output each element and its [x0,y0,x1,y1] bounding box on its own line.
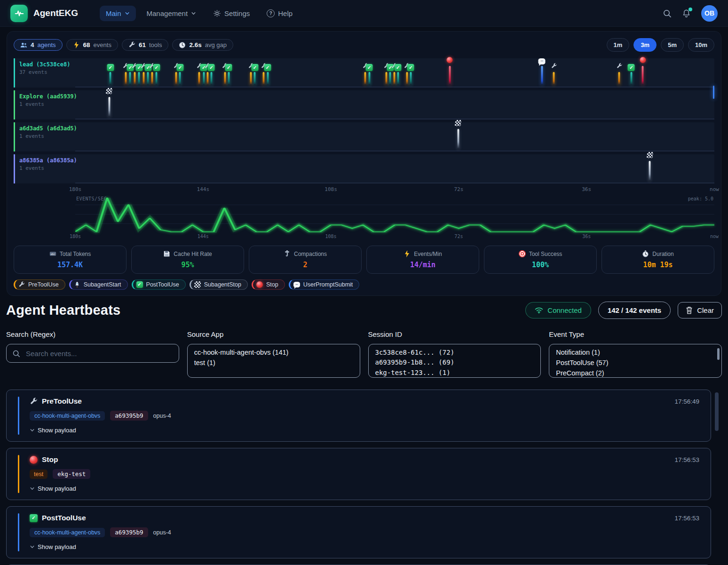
filter-option[interactable]: PostToolUse (57) [556,358,715,368]
legend-item-PreToolUse[interactable]: PreToolUse [14,279,65,290]
source-app-listbox: cc-hook-multi-agent-obvs (141)test (1) [187,344,360,378]
range-button-10m[interactable]: 10m [688,38,714,52]
range-button-5m[interactable]: 5m [661,38,684,52]
avatar[interactable]: OB [701,5,718,22]
clear-button[interactable]: Clear [678,302,722,318]
chart-label: EVENTS/SEC [76,196,107,201]
filter-option[interactable]: Notification (1) [556,348,715,358]
filter-option[interactable]: test (1) [194,358,353,368]
connection-status-badge: Connected [525,302,591,318]
chart-axis: 180s144s108s72s36snow [75,234,714,240]
source-app-label: Source App [187,330,360,338]
event-badge: a69395b9 [110,411,148,421]
events-count-badge: 142 / 142 events [598,302,671,319]
event-accent-bar [18,455,19,493]
range-button-3m[interactable]: 3m [633,38,657,52]
show-payload-toggle[interactable]: Show payload [30,427,76,434]
event-marker-substop[interactable] [647,151,653,181]
flag-icon [194,281,201,288]
nav-item-help[interactable]: Help [261,6,299,21]
gear-icon [213,9,221,17]
stats-pills: 4agents 68events 61tools 2.6savg gap [14,39,233,51]
event-marker-post[interactable] [107,63,114,86]
flag-icon [106,88,112,94]
stat-pill-agents: 4agents [14,39,63,51]
event-marker-post[interactable] [208,63,215,86]
search-icon[interactable] [663,9,672,18]
chevron-down-icon [30,428,35,433]
axis-tick: now [710,234,719,239]
axis-tick: 108s [324,186,337,192]
legend-item-SubagentStop[interactable]: SubagentStop [190,279,248,290]
filter-option[interactable]: ekg-test-123... (1) [375,368,534,378]
stat-card-Total-Tokens: abcTotal Tokens 157.4K [14,246,127,274]
floppy-icon [163,250,170,257]
legend-item-PostToolUse[interactable]: PostToolUse [132,279,186,290]
event-marker-post[interactable] [366,63,373,86]
event-marker-post[interactable] [176,63,183,86]
legend-item-SubagentStart[interactable]: SubagentStart [69,279,128,290]
range-button-1m[interactable]: 1m [607,38,630,52]
filter-option[interactable]: 3c538ce8-61c... (72) [375,348,534,358]
nav-item-settings[interactable]: Settings [207,6,256,21]
flag-icon [647,152,653,158]
stat-value: 95% [135,261,240,269]
wrench-icon [128,41,135,48]
bell-icon[interactable] [682,9,691,18]
filter-option[interactable]: a69395b9-1b8... (69) [375,358,534,367]
check-icon [407,64,414,71]
stat-value: 157.4K [18,261,122,269]
stat-cards: abcTotal Tokens 157.4K Cache Hit Rate 95… [14,246,714,274]
event-marker-stop[interactable] [640,56,646,85]
stat-value: 10m 19s [606,261,710,269]
event-marker-pre[interactable] [616,63,622,85]
event-type: PreToolUse [42,397,82,406]
event-time: 17:56:53 [674,456,699,463]
filter-option[interactable]: cc-hook-multi-agent-obvs (141) [194,348,353,358]
timeline-lane: a86385a (a86385a) 1 events [14,154,714,183]
show-payload-toggle[interactable]: Show payload [30,485,76,492]
event-badge: cc-hook-multi-agent-obvs [30,411,105,421]
rocket-icon [74,281,80,288]
event-marker-post[interactable] [395,63,402,86]
scrollbar-thumb[interactable] [715,392,719,431]
session-id-label: Session ID [368,330,541,338]
event-marker-post[interactable] [153,63,160,86]
help-icon [267,9,275,17]
lane-track [75,122,714,151]
check-icon [264,64,271,71]
check-icon [107,64,114,71]
nav-item-management[interactable]: Management [141,6,203,21]
check-icon [30,514,38,522]
chevron-down-icon [30,544,35,549]
trash-icon [686,306,693,314]
show-payload-toggle[interactable]: Show payload [30,543,76,550]
app-logo [10,5,28,22]
event-badge: cc-hook-multi-agent-obvs [30,528,105,537]
lane-name: a86385a (a86385a) [19,157,75,164]
nav-item-main[interactable]: Main [100,6,136,21]
bolt-icon [404,250,411,257]
check-icon [251,64,258,71]
legend-item-UserPromptSubmit[interactable]: UserPromptSubmit [289,279,360,290]
event-marker-substop[interactable] [106,88,112,117]
filter-option[interactable]: PreCompact (2) [556,368,715,378]
event-type-listbox: Notification (1)PostToolUse (57)PreCompa… [549,344,722,378]
event-card: PreToolUse 17:56:49 cc-hook-multi-agent-… [6,390,711,442]
filter-source-app: Source App cc-hook-multi-agent-obvs (141… [187,330,360,378]
lane-name: Explore (aad5939) [19,93,75,100]
legend-item-Stop[interactable]: Stop [252,279,285,290]
event-marker-post[interactable] [251,63,258,86]
search-input[interactable] [25,349,173,358]
event-marker-post[interactable] [264,63,271,86]
event-marker-post[interactable] [407,63,414,86]
event-marker-post[interactable] [225,63,232,86]
event-marker-stop[interactable] [447,56,453,85]
event-marker-user[interactable] [538,56,546,85]
event-marker-pre[interactable] [551,63,557,85]
lane-event-count: 1 events [19,165,75,171]
event-marker-post[interactable] [628,63,635,86]
scrollbar-thumb[interactable] [717,348,720,360]
event-marker-substop[interactable] [455,119,461,149]
dashboard-panel: 4agents 68events 61tools 2.6savg gap 1m3… [7,31,721,296]
